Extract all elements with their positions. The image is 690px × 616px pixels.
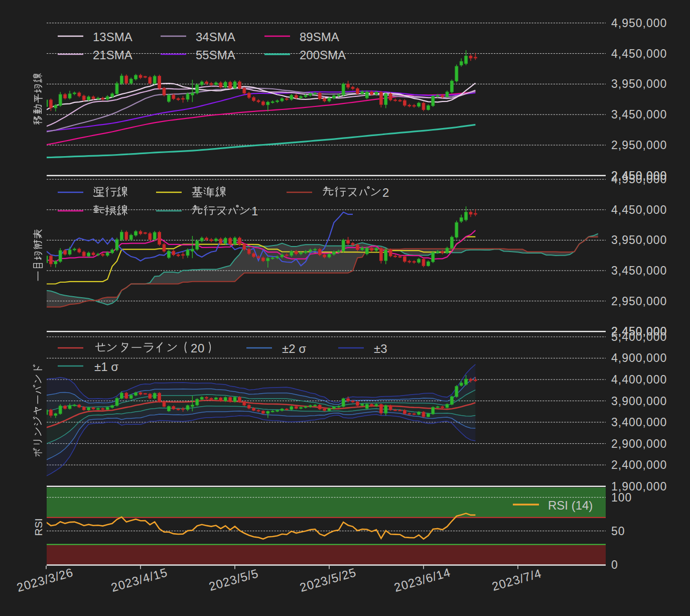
svg-text:3,450,000: 3,450,000	[611, 108, 667, 121]
svg-text:2,900,000: 2,900,000	[611, 437, 667, 450]
svg-text:2: 2	[382, 186, 389, 199]
svg-text:±2 σ: ±2 σ	[282, 342, 306, 355]
svg-text:34SMA: 34SMA	[196, 30, 235, 44]
svg-text:RSI (14): RSI (14)	[548, 499, 593, 512]
svg-text:55SMA: 55SMA	[196, 48, 235, 62]
svg-text:3,450,000: 3,450,000	[611, 264, 667, 277]
svg-text:2,950,000: 2,950,000	[611, 139, 667, 152]
svg-text:0: 0	[611, 558, 618, 571]
svg-text:21SMA: 21SMA	[93, 48, 132, 62]
svg-text:4,900,000: 4,900,000	[611, 351, 667, 364]
svg-text:4,950,000: 4,950,000	[611, 173, 667, 186]
svg-text:13SMA: 13SMA	[93, 30, 132, 44]
svg-text:3,900,000: 3,900,000	[611, 395, 667, 408]
svg-text:5,400,000: 5,400,000	[611, 330, 667, 343]
svg-text:1: 1	[251, 204, 258, 218]
svg-text:2,950,000: 2,950,000	[611, 295, 667, 308]
svg-text:4,450,000: 4,450,000	[611, 47, 667, 60]
svg-text:100: 100	[611, 491, 632, 504]
svg-text:2: 2	[191, 341, 197, 355]
svg-text:±3: ±3	[374, 342, 387, 355]
svg-text:4,400,000: 4,400,000	[611, 373, 667, 386]
svg-text:200SMA: 200SMA	[300, 48, 346, 62]
svg-text:4,450,000: 4,450,000	[611, 203, 667, 216]
svg-text:89SMA: 89SMA	[300, 30, 339, 44]
svg-text:3,400,000: 3,400,000	[611, 416, 667, 429]
svg-text:3,950,000: 3,950,000	[611, 233, 667, 247]
svg-text:3,950,000: 3,950,000	[611, 77, 667, 90]
svg-text:2,400,000: 2,400,000	[611, 458, 667, 471]
svg-text:±1 σ: ±1 σ	[94, 360, 118, 374]
svg-text:50: 50	[611, 525, 625, 538]
svg-text:4,950,000: 4,950,000	[611, 17, 667, 30]
svg-text:0: 0	[198, 341, 204, 355]
svg-text:RSI: RSI	[33, 518, 44, 536]
